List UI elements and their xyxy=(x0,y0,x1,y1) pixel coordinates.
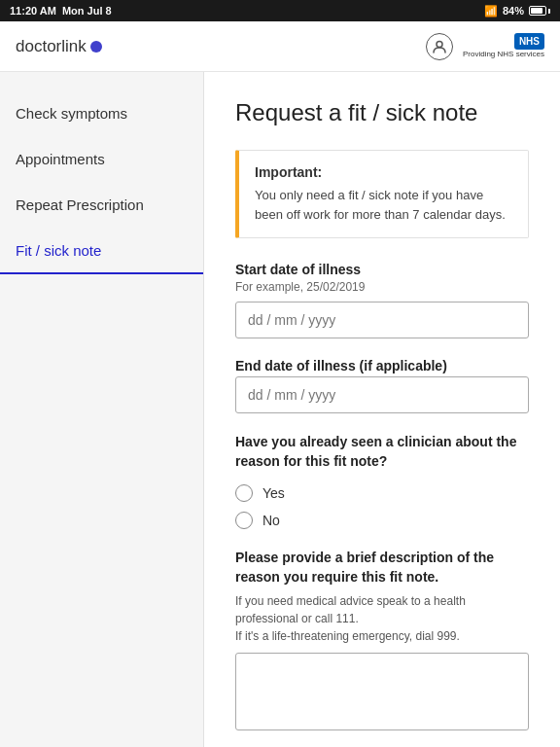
status-day: Mon Jul 8 xyxy=(62,5,112,17)
radio-label-yes: Yes xyxy=(262,485,285,501)
end-date-group: End date of illness (if applicable) xyxy=(235,358,529,413)
clinician-question-text: Have you already seen a clinician about … xyxy=(235,433,529,471)
description-hint: If you need medical advice speak to a he… xyxy=(235,592,529,645)
header-right: NHS Providing NHS services xyxy=(426,33,544,60)
status-time-date: 11:20 AM Mon Jul 8 xyxy=(10,5,112,17)
main-content: Request a fit / sick note Important: You… xyxy=(204,72,560,747)
clinician-question-group: Have you already seen a clinician about … xyxy=(235,433,529,529)
sidebar-item-appointments[interactable]: Appointments xyxy=(0,137,203,183)
nhs-badge: NHS xyxy=(514,33,544,50)
sidebar-item-fit-sick-note[interactable]: Fit / sick note xyxy=(0,229,203,274)
radio-circle-no xyxy=(235,512,253,529)
sidebar: Check symptoms Appointments Repeat Presc… xyxy=(0,72,204,747)
nhs-logo-wrapper: NHS Providing NHS services xyxy=(463,33,544,59)
battery-percent: 84% xyxy=(503,5,524,17)
end-date-input[interactable] xyxy=(235,376,529,413)
start-date-group: Start date of illness For example, 25/02… xyxy=(235,262,529,338)
user-icon[interactable] xyxy=(426,33,453,60)
radio-option-no[interactable]: No xyxy=(235,512,529,529)
logo: doctorlink xyxy=(16,37,102,56)
important-box: Important: You only need a fit / sick no… xyxy=(235,150,529,238)
status-icons: 📶 84% xyxy=(484,5,550,18)
start-date-hint: For example, 25/02/2019 xyxy=(235,280,529,294)
important-text: You only need a fit / sick note if you h… xyxy=(255,186,512,224)
wifi-icon: 📶 xyxy=(484,5,498,18)
start-date-label: Start date of illness xyxy=(235,262,529,277)
description-hint-1: If you need medical advice speak to a he… xyxy=(235,594,466,625)
description-hint-2: If it's a life-threatening emergency, di… xyxy=(235,629,460,643)
sidebar-item-check-symptoms[interactable]: Check symptoms xyxy=(0,91,203,137)
start-date-input[interactable] xyxy=(235,302,529,338)
important-heading: Important: xyxy=(255,164,512,180)
nhs-providing-text: Providing NHS services xyxy=(463,50,544,59)
status-time: 11:20 AM xyxy=(10,5,56,17)
main-layout: Check symptoms Appointments Repeat Presc… xyxy=(0,72,560,747)
svg-point-0 xyxy=(437,41,442,47)
status-bar: 11:20 AM Mon Jul 8 📶 84% xyxy=(0,0,560,21)
logo-text: doctorlink xyxy=(16,37,87,56)
description-section: Please provide a brief description of th… xyxy=(235,549,529,733)
app-header: doctorlink NHS Providing NHS services xyxy=(0,21,560,72)
radio-label-no: No xyxy=(262,513,280,528)
page-title: Request a fit / sick note xyxy=(235,99,529,126)
logo-dot xyxy=(90,41,102,53)
end-date-label: End date of illness (if applicable) xyxy=(235,358,529,374)
description-textarea[interactable] xyxy=(235,653,529,730)
battery-icon xyxy=(529,6,550,16)
radio-circle-yes xyxy=(235,484,253,502)
radio-option-yes[interactable]: Yes xyxy=(235,484,529,502)
sidebar-item-repeat-prescription[interactable]: Repeat Prescription xyxy=(0,183,203,229)
description-label: Please provide a brief description of th… xyxy=(235,549,529,587)
